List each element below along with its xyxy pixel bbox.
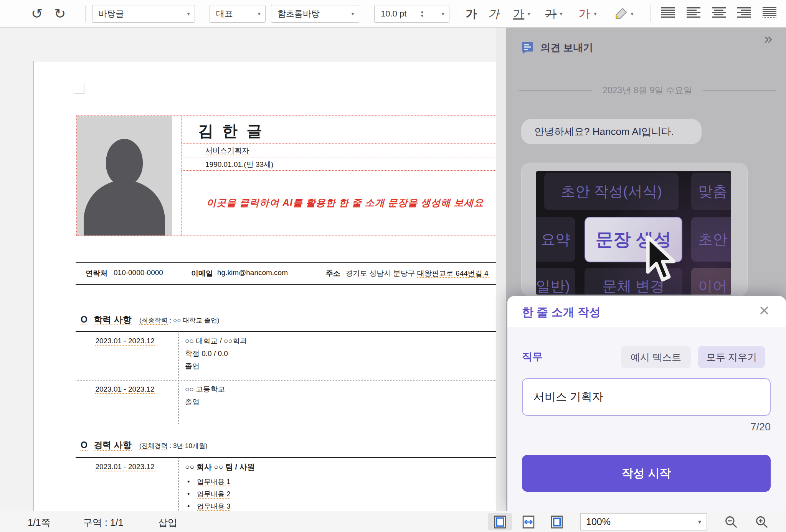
education-period: 2023.01 - 2023.12 — [84, 337, 166, 345]
section-indicator: 구역 : 1/1 — [83, 516, 124, 529]
education-period: 2023.01 - 2023.12 — [84, 385, 166, 394]
vertical-scrollbar[interactable] — [496, 28, 506, 511]
bullet-icon: • — [187, 490, 190, 498]
education-detail: 학점 0.0 / 0.0 — [185, 349, 228, 359]
career-role: ○○ 회사 ○○ 팀 / 사원 — [185, 462, 255, 472]
char-counter: 7/20 — [694, 421, 771, 433]
section-bullet-icon: O — [81, 315, 88, 325]
paragraph-style-dropdown[interactable]: 바탕글 ▾ — [92, 5, 195, 23]
one-line-intro-dialog: 한 줄 소개 작성 × 직무 예시 텍스트 모두 지우기 7/20 작성 시작 — [507, 296, 786, 511]
zoom-level-value: 100% — [586, 516, 611, 527]
row-divider — [76, 380, 496, 380]
app-window: ↺ ↻ 바탕글 ▾ 대표 ▾ 함초롬바탕 ▾ 10.0 pt ▲ ▼ ▾ 가 가… — [0, 0, 786, 532]
chevron-down-icon: ▾ — [438, 10, 444, 17]
undo-icon[interactable]: ↺ — [28, 5, 45, 22]
page-view-button[interactable] — [488, 513, 512, 530]
career-task: • 업무내용 3 — [187, 502, 230, 511]
document-page[interactable]: 김 한 글 서비스기획자 1990.01.01.(만 33세) 이곳을 클릭하여… — [33, 61, 496, 511]
fit-width-icon — [522, 515, 535, 529]
paragraph-style-value: 바탕글 — [99, 8, 124, 20]
example-text-button[interactable]: 예시 텍스트 — [621, 346, 691, 368]
ai-prompt-text[interactable]: 이곳을 클릭하여 AI를 활용한 한 줄 소개 문장을 생성해 보세요 — [206, 196, 484, 209]
zoom-out-button[interactable] — [724, 515, 738, 531]
resume-name: 김 한 글 — [198, 120, 264, 142]
chevron-down-icon: ▾ — [698, 518, 701, 525]
chat-bubble-icon — [520, 41, 534, 54]
zoom-in-button[interactable] — [755, 515, 769, 531]
clear-all-button[interactable]: 모두 지우기 — [698, 346, 765, 368]
margin-corner-mark — [74, 84, 84, 94]
zoom-level-dropdown[interactable]: 100% ▾ — [580, 513, 707, 530]
date-divider-line — [703, 90, 776, 91]
phone-value: 010-0000-0000 — [114, 268, 163, 277]
bullet-icon: • — [187, 502, 190, 510]
contact-divider — [76, 262, 496, 263]
step-down-icon[interactable]: ▼ — [420, 14, 424, 18]
bullet-icon: • — [187, 478, 190, 486]
section-divider — [76, 457, 496, 458]
tutorial-screenshot: 초안 작성(서식) 맞춤 요약 문장 생성 초안 일반) 문체 변경 이어 — [536, 171, 731, 295]
align-left-button[interactable] — [682, 6, 705, 19]
fit-page-button[interactable] — [545, 513, 569, 530]
table-border — [172, 115, 172, 236]
align-distribute-button[interactable] — [758, 6, 781, 19]
bold-button[interactable]: 가 — [461, 5, 481, 23]
job-field-label: 직무 — [522, 350, 543, 364]
italic-button[interactable]: 가 — [484, 5, 504, 23]
email-label: 이메일 — [191, 268, 213, 278]
style-preset-value: 대표 — [216, 8, 233, 20]
table-border — [181, 170, 496, 171]
ai-greeting-text: 안녕하세요? Hancom AI입니다. — [534, 125, 674, 138]
strikethrough-button[interactable]: 가 ▾ — [539, 5, 569, 23]
career-task: • 업무내용 2 — [187, 489, 230, 499]
redo-icon[interactable]: ↻ — [51, 5, 68, 22]
collapse-panel-icon[interactable]: » — [764, 31, 772, 47]
chat-date: 2023년 8월 9일 수요일 — [598, 84, 697, 96]
chevron-down-icon[interactable]: ▾ — [527, 10, 530, 17]
close-icon[interactable]: × — [759, 300, 769, 321]
insert-mode-indicator[interactable]: 삽입 — [158, 516, 177, 529]
send-feedback-label: 의견 보내기 — [540, 41, 593, 54]
ai-greeting-bubble: 안녕하세요? Hancom AI입니다. — [521, 119, 702, 144]
table-border — [76, 236, 496, 236]
column-divider — [178, 457, 179, 511]
font-size-stepper[interactable]: ▲ ▼ — [420, 10, 424, 18]
font-color-button[interactable]: 가 ▾ — [572, 5, 603, 23]
chevron-down-icon: ▾ — [254, 10, 261, 17]
section-bullet-icon: O — [81, 440, 88, 451]
silhouette-head — [106, 139, 143, 186]
underline-button[interactable]: 가 ▾ — [507, 5, 537, 23]
align-right-button[interactable] — [733, 6, 755, 19]
page-view-icon — [494, 515, 507, 529]
chevron-down-icon: ▾ — [183, 10, 190, 17]
send-feedback-button[interactable]: 의견 보내기 — [520, 41, 593, 54]
font-size-control[interactable]: 10.0 pt ▲ ▼ ▾ — [374, 5, 449, 23]
style-preset-dropdown[interactable]: 대표 ▾ — [210, 5, 266, 23]
education-subtitle: (최종학력 : ○○ 대학교 졸업) — [139, 317, 220, 324]
font-family-dropdown[interactable]: 함초롬바탕 ▾ — [271, 5, 359, 23]
address-value: 경기도 성남시 분당구 대왕판교로 644번길 4 — [345, 268, 489, 278]
zoom-out-icon — [724, 515, 738, 529]
section-divider — [76, 331, 496, 332]
align-center-button[interactable] — [708, 6, 730, 19]
career-task: • 업무내용 1 — [187, 477, 230, 486]
chevron-down-icon: ▾ — [347, 10, 354, 17]
resume-job-title: 서비스기획자 — [205, 146, 249, 156]
align-justify-button[interactable] — [657, 6, 679, 19]
strikethrough-label: 가 — [545, 6, 556, 22]
chevron-down-icon[interactable]: ▾ — [631, 10, 634, 17]
fit-width-button[interactable] — [517, 513, 540, 530]
toolbar-separator — [85, 5, 86, 22]
dialog-title: 한 줄 소개 작성 — [522, 305, 601, 320]
chevron-down-icon[interactable]: ▾ — [560, 10, 563, 17]
statusbar-separator — [483, 514, 483, 529]
start-writing-button[interactable]: 작성 시작 — [522, 455, 771, 492]
education-title: 학력 사항 — [94, 315, 131, 325]
highlight-button[interactable]: ▾ — [606, 5, 642, 23]
font-color-label: 가 — [578, 6, 590, 22]
chevron-down-icon[interactable]: ▾ — [594, 10, 597, 17]
profile-photo-placeholder[interactable] — [77, 116, 172, 236]
toolbar-separator — [650, 5, 651, 22]
job-input[interactable] — [522, 378, 771, 416]
education-detail: ○○ 대학교 / ○○학과 — [185, 336, 247, 346]
